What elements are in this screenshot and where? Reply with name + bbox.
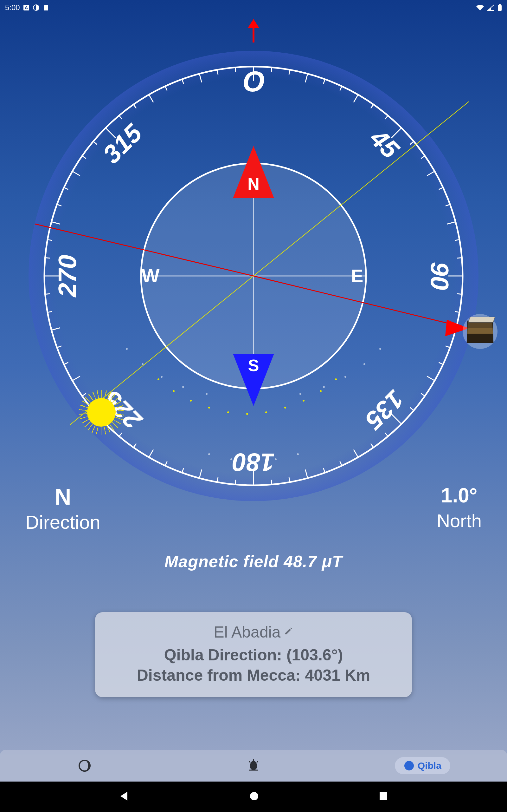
svg-point-109 <box>190 400 192 402</box>
svg-point-98 <box>161 376 163 378</box>
battery-icon <box>498 4 502 11</box>
svg-line-62 <box>45 294 50 294</box>
svg-point-102 <box>126 348 128 350</box>
svg-point-108 <box>284 407 286 409</box>
app-screen: 5:00 A <box>0 0 507 812</box>
status-time: 5:00 <box>5 3 20 12</box>
svg-rect-6 <box>252 27 255 43</box>
distance-label: Distance from Mecca: <box>137 666 301 684</box>
svg-point-97 <box>323 386 325 388</box>
svg-line-80 <box>235 67 235 72</box>
svg-point-113 <box>158 378 159 380</box>
svg-point-106 <box>227 411 229 413</box>
heading-value: 1.0° <box>437 485 482 506</box>
sys-back-button[interactable] <box>118 791 130 803</box>
sys-home-button[interactable] <box>248 791 260 803</box>
heading-word: North <box>437 510 482 531</box>
svg-line-128 <box>249 761 250 763</box>
svg-point-103 <box>379 348 381 350</box>
svg-point-130 <box>404 761 414 770</box>
bottom-tab-bar: Qibla <box>0 750 507 781</box>
compass[interactable]: N S W E O 45 90 135 180 225 270 315 <box>25 48 482 504</box>
svg-rect-3 <box>498 5 502 11</box>
svg-line-129 <box>257 761 258 763</box>
system-nav-bar <box>0 781 507 812</box>
svg-line-26 <box>457 258 462 258</box>
cardinal-direction-label: N Direction <box>25 485 101 533</box>
svg-text:270: 270 <box>53 255 81 298</box>
distance-value: 4031 Km <box>305 666 371 684</box>
svg-text:O: O <box>242 66 265 97</box>
tab-prayer-times[interactable] <box>169 750 338 781</box>
svg-line-46 <box>235 480 235 485</box>
svg-point-104 <box>246 413 248 415</box>
status-contrast-icon <box>33 4 40 11</box>
svg-marker-132 <box>120 792 127 801</box>
svg-text:W: W <box>142 265 160 287</box>
svg-rect-4 <box>499 4 501 5</box>
svg-text:90: 90 <box>426 262 454 290</box>
tab-moon[interactable] <box>0 750 169 781</box>
svg-rect-134 <box>380 792 387 800</box>
svg-marker-5 <box>248 19 259 28</box>
sun-icon <box>87 398 116 426</box>
signal-icon <box>487 4 494 11</box>
heading-degrees-label: 1.0° North <box>437 485 482 531</box>
svg-point-93 <box>208 453 210 455</box>
svg-point-114 <box>335 378 337 380</box>
svg-point-101 <box>363 363 365 365</box>
direction-word: Direction <box>25 511 101 533</box>
svg-point-90 <box>275 458 277 460</box>
svg-text:E: E <box>351 265 363 286</box>
status-sd-icon <box>43 4 49 11</box>
svg-point-96 <box>182 386 184 388</box>
svg-point-92 <box>297 453 299 455</box>
svg-text:180: 180 <box>232 448 274 476</box>
svg-text:A: A <box>25 5 28 10</box>
svg-point-133 <box>250 792 258 800</box>
qibla-direction-label: Qibla Direction: <box>164 646 282 664</box>
svg-point-99 <box>344 376 346 378</box>
cardinal-letter: N <box>25 485 101 508</box>
device-heading-pointer <box>247 19 260 44</box>
svg-point-112 <box>320 390 322 392</box>
svg-line-44 <box>271 480 272 485</box>
svg-point-94 <box>206 393 208 395</box>
status-bar: 5:00 A <box>0 0 507 15</box>
svg-point-95 <box>299 393 301 395</box>
tab-qibla[interactable]: Qibla <box>338 750 507 781</box>
tab-qibla-label: Qibla <box>418 760 441 771</box>
svg-line-10 <box>271 67 272 72</box>
svg-line-64 <box>45 258 50 258</box>
edit-location-icon[interactable] <box>284 627 293 637</box>
status-app-icon: A <box>23 4 30 11</box>
location-name: El Abadia <box>214 623 280 641</box>
wifi-icon <box>476 4 484 11</box>
location-info-card[interactable]: El Abadia Qibla Direction: (103.6°) Dist… <box>95 612 412 697</box>
svg-point-107 <box>208 407 210 409</box>
svg-point-110 <box>302 400 304 402</box>
sys-recents-button[interactable] <box>378 791 389 803</box>
svg-text:N: N <box>247 175 260 193</box>
kaaba-icon <box>463 314 498 349</box>
svg-point-91 <box>230 458 232 460</box>
svg-point-111 <box>173 390 175 392</box>
svg-point-100 <box>142 363 144 365</box>
qibla-direction-value: (103.6°) <box>286 646 343 664</box>
svg-line-28 <box>457 294 462 294</box>
svg-text:S: S <box>248 356 259 374</box>
svg-point-105 <box>265 411 267 413</box>
compass-icon <box>404 760 414 771</box>
magnetic-field-readout: Magnetic field 48.7 μT <box>164 552 343 571</box>
